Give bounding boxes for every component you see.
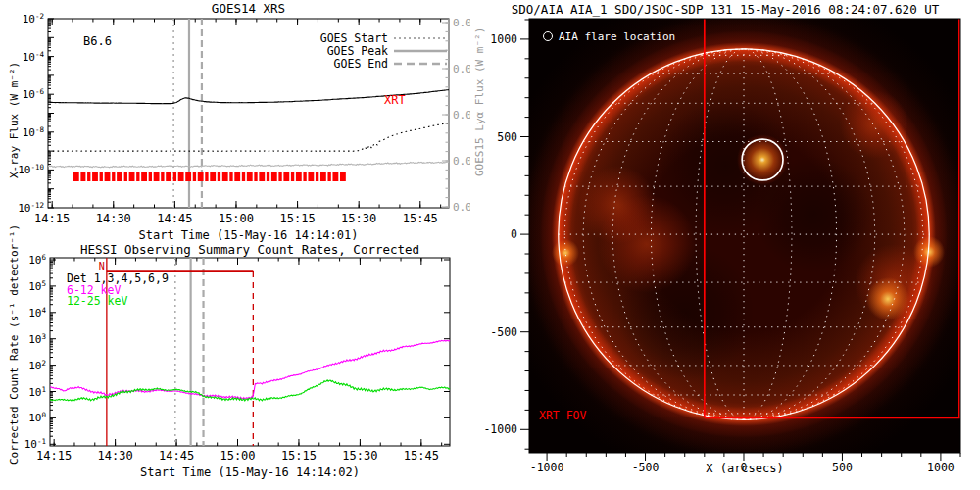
x-tick-label: 14:45 xyxy=(159,449,194,463)
xrt-exposure-bar xyxy=(308,172,314,181)
xrt-exposure-bar xyxy=(92,172,98,181)
sun-y-tick-label: 1000 xyxy=(490,32,517,46)
xrt-exposure-bar xyxy=(242,172,245,181)
xrt-exposure-bar xyxy=(141,172,147,181)
xrt-exposure-bar xyxy=(178,172,184,181)
sun-plot-frame xyxy=(529,19,960,453)
log-tick-label: 105 xyxy=(28,279,46,293)
log-tick-label: 101 xyxy=(28,385,46,399)
right-tick-label: 0.009 xyxy=(453,63,470,75)
sdo-aia-panel: SDO/AIA AIA_1 SDO/JSOC-SDP 131 15-May-20… xyxy=(470,0,980,490)
legend-label: GOES Peak xyxy=(327,44,388,58)
xrt-exposure-bar xyxy=(234,172,240,181)
x-tick-label: 14:30 xyxy=(98,449,133,463)
series-goes15-lyman-alpha xyxy=(48,162,449,168)
hessi-night-flag: N xyxy=(99,261,105,271)
xrt-exposure-bar xyxy=(316,172,318,181)
solar-event-dashboard: GOES14 XRS10-210-410-610-810-1010-1214:1… xyxy=(0,0,980,490)
xrt-exposure-bar xyxy=(124,172,127,181)
log-tick-label: 104 xyxy=(28,306,46,319)
legend-label: GOES End xyxy=(334,57,388,71)
x-tick-label: 14:30 xyxy=(96,212,131,225)
xrt-exposure-bar xyxy=(340,172,346,181)
sun-y-tick-label: -1000 xyxy=(483,422,517,436)
x-tick-label: 14:15 xyxy=(34,212,70,225)
x-tick-label: 15:15 xyxy=(281,449,317,463)
xrt-exposure-bar xyxy=(259,172,265,181)
x-tick-label: 15:30 xyxy=(341,212,376,225)
log-tick-label: 102 xyxy=(28,359,46,372)
goes-chart-title: GOES14 XRS xyxy=(212,1,285,16)
xrt-exposure-bar xyxy=(291,172,294,181)
hessi-chart-title: HESSI Observing Summary Count Rates, Cor… xyxy=(80,245,419,257)
xrt-exposure-bar xyxy=(154,172,160,181)
xrt-exposure-bar xyxy=(173,172,176,181)
log-tick-label: 10-6 xyxy=(23,87,45,101)
log-tick-label: 100 xyxy=(28,411,46,424)
xrt-curve-label: XRT xyxy=(384,93,406,107)
xrt-exposure-bar xyxy=(193,172,196,181)
sun-y-tick-label: 500 xyxy=(497,130,517,144)
x-tick-label: 14:15 xyxy=(36,449,72,463)
xrt-exposure-bar xyxy=(166,172,172,181)
log-tick-label: 103 xyxy=(28,332,46,346)
flare-legend-text: AIA flare location xyxy=(559,30,675,43)
xrt-fov-label: XRT FOV xyxy=(539,409,586,422)
log-tick-label: 106 xyxy=(28,253,46,267)
sun-y-tick-label: 0 xyxy=(511,227,517,241)
goes-y-axis-label: X-ray Flux (W m⁻²) xyxy=(8,62,21,178)
xrt-exposure-bar xyxy=(205,172,208,181)
xrt-exposure-bar xyxy=(112,172,115,181)
xrt-exposure-bar xyxy=(247,172,253,181)
flare-location-ring-icon xyxy=(543,31,553,41)
x-tick-label: 14:45 xyxy=(157,212,192,225)
xrt-exposure-bar xyxy=(198,172,204,181)
goes-xrs-chart: GOES14 XRS10-210-410-610-810-1010-1214:1… xyxy=(0,0,470,245)
xrt-exposure-bar xyxy=(229,172,232,181)
right-tick-label: 0.006 xyxy=(453,201,470,214)
xrt-exposure-bar xyxy=(303,172,306,181)
hessi-y-axis-label: Corrected Count Rate (s⁻¹ detector⁻¹) xyxy=(8,224,21,465)
xrt-exposure-bar xyxy=(218,172,220,181)
goes-class-annotation: B6.6 xyxy=(83,34,112,48)
log-tick-label: 10-2 xyxy=(23,12,44,25)
xrt-exposure-bar xyxy=(105,172,111,181)
xrt-exposure-bar xyxy=(87,172,90,181)
xrt-exposure-bar xyxy=(283,172,289,181)
xrt-exposure-bar xyxy=(185,172,191,181)
x-tick-label: 15:45 xyxy=(404,449,439,463)
xrt-exposure-bar xyxy=(100,172,103,181)
xrt-exposure-bar xyxy=(210,172,216,181)
right-tick-label: 0.010 xyxy=(453,17,470,29)
hessi-chart: HESSI Observing Summary Count Rates, Cor… xyxy=(0,245,470,490)
x-tick-label: 15:30 xyxy=(342,449,377,463)
log-tick-label: 10-8 xyxy=(23,125,45,139)
xrt-exposure-bar xyxy=(117,172,122,181)
flare-location-legend: AIA flare location xyxy=(543,30,675,43)
sun-y-tick-label: -500 xyxy=(490,325,517,339)
xrt-exposure-bar xyxy=(320,172,326,181)
xrt-exposure-bar xyxy=(278,172,281,181)
xrt-exposure-bar xyxy=(80,172,85,181)
log-tick-label: 10-10 xyxy=(18,163,44,176)
x-tick-label: 15:45 xyxy=(403,212,438,225)
sun-x-axis-label: X (arcsecs) xyxy=(529,462,960,475)
legend-label: 12-25 keV xyxy=(67,294,127,308)
series-6-12 keV xyxy=(50,340,450,399)
x-tick-label: 15:00 xyxy=(220,449,255,463)
log-tick-label: 10-4 xyxy=(23,50,45,64)
xrt-exposure-bar xyxy=(136,172,139,181)
x-tick-label: 15:15 xyxy=(280,212,316,225)
series-goes-short-channel xyxy=(48,123,449,152)
xrt-exposure-bar xyxy=(271,172,277,181)
legend-label: GOES Start xyxy=(320,31,388,45)
right-tick-label: 0.007 xyxy=(453,155,470,168)
xrt-exposure-bar xyxy=(73,172,79,181)
xrt-exposure-bar xyxy=(332,172,338,181)
hessi-x-axis-label: Start Time (15-May-16 14:14:02) xyxy=(140,466,360,479)
goes-x-axis-label: Start Time (15-May-16 14:14:01) xyxy=(139,228,359,242)
xrt-exposure-bar xyxy=(149,172,152,181)
xrt-exposure-bar xyxy=(222,172,228,181)
xrt-exposure-bar xyxy=(327,172,330,181)
xrt-exposure-bar xyxy=(129,172,135,181)
